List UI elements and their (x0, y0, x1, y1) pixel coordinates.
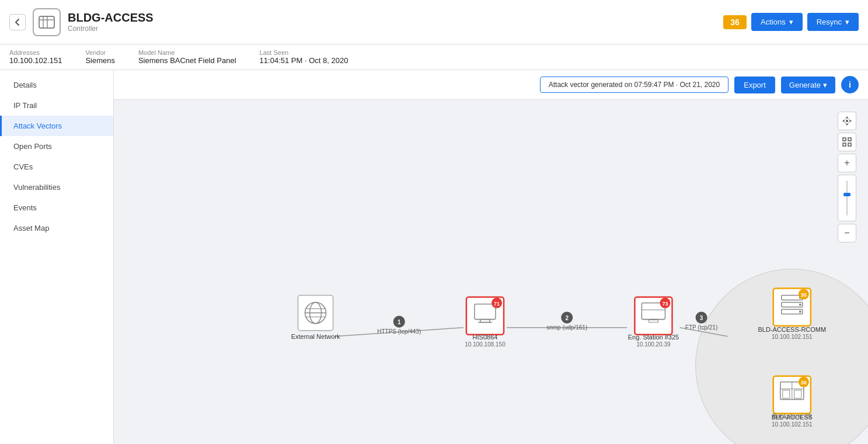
bld-access-sublabel: 10.100.102.151 (772, 421, 813, 428)
svg-point-28 (799, 311, 801, 313)
device-type: Controller (68, 25, 154, 33)
svg-point-27 (799, 304, 801, 306)
bld-access-node[interactable]: 36 BLD-ACCESS 10.100.102.151 (772, 376, 813, 428)
svg-point-41 (846, 120, 848, 122)
actions-button[interactable]: Actions ▾ (751, 13, 803, 31)
svg-marker-37 (845, 116, 849, 119)
eng-station-sublabel: 10.100.20.39 (636, 341, 671, 348)
his0864-sublabel: 10.100.108.150 (465, 341, 506, 348)
meta-bar: Addresses 10.100.102.151 Vendor Siemens … (0, 44, 868, 70)
edge-1-label: HTTPS (tcp/443) (377, 328, 421, 335)
sidebar-item-ip-trail[interactable]: IP Trail (0, 95, 113, 116)
sidebar-item-asset-map[interactable]: Asset Map (0, 218, 113, 238)
bld-access-badge: 36 (801, 380, 807, 386)
vuln-badge: 36 (723, 15, 747, 29)
step-3-label: 3 (700, 315, 703, 321)
device-title: BLDG-ACCESS Controller (68, 11, 154, 33)
fit-button[interactable] (838, 133, 856, 151)
svg-rect-44 (843, 143, 846, 146)
sidebar-item-details[interactable]: Details (0, 75, 113, 95)
diagram-svg: 1 HTTPS (tcp/443) 2 snmp (udp/161) 3 FTP… (114, 100, 868, 444)
device-icon (33, 8, 61, 36)
his0864-badge: 71 (494, 301, 500, 307)
eng-station-node[interactable]: 73 Eng. Station #325 10.100.20.39 (628, 297, 679, 348)
zoom-out-button[interactable]: − (838, 224, 856, 242)
external-network-node[interactable]: External Network (291, 296, 340, 340)
content-toolbar: Attack vector generated on 07:59:47 PM ·… (114, 70, 868, 100)
zoom-controls: + − (838, 112, 856, 242)
back-button[interactable] (9, 14, 26, 30)
zoom-slider-bar (846, 181, 848, 216)
step-1-label: 1 (398, 319, 401, 325)
bld-access-rcomm-label: BLD-ACCESS-RCOMM (758, 326, 826, 333)
eng-station-label: Eng. Station #325 (628, 334, 679, 341)
svg-marker-38 (845, 123, 849, 126)
attack-vector-info: Attack vector generated on 07:59:47 PM ·… (540, 77, 729, 93)
main-content: Attack vector generated on 07:59:47 PM ·… (114, 70, 868, 444)
meta-model: Model Name Siemens BACnet Field Panel (138, 49, 236, 65)
edge-2-label: snmp (udp/161) (546, 324, 587, 331)
export-button[interactable]: Export (734, 77, 775, 93)
sidebar-item-open-ports[interactable]: Open Ports (0, 136, 113, 157)
pan-control[interactable] (838, 112, 856, 130)
eng-station-badge: 73 (662, 301, 668, 307)
bld-access-rcomm-sublabel: 10.100.102.151 (772, 334, 813, 340)
generate-button[interactable]: Generate ▾ (781, 77, 835, 93)
edge-3-label: FTP (tcp/21) (685, 324, 717, 331)
zoom-slider-handle[interactable] (843, 193, 850, 196)
backplane-label: Backplane #9 (772, 412, 811, 419)
meta-addresses: Addresses 10.100.102.151 (9, 49, 62, 65)
meta-last-seen: Last Seen 11:04:51 PM · Oct 8, 2020 (260, 49, 348, 65)
sidebar-item-cves[interactable]: CVEs (0, 157, 113, 177)
his0864-label: HIS0864 (473, 334, 498, 341)
zoom-in-button[interactable]: + (838, 154, 856, 172)
resync-button[interactable]: Resync ▾ (807, 13, 859, 31)
svg-rect-43 (848, 138, 851, 141)
header: BLDG-ACCESS Controller 36 Actions ▾ Resy… (0, 0, 868, 44)
info-button[interactable]: i (841, 76, 859, 93)
sidebar: Details IP Trail Attack Vectors Open Por… (0, 70, 114, 444)
header-right: 36 Actions ▾ Resync ▾ (723, 13, 859, 31)
zoom-slider-track[interactable] (838, 175, 856, 221)
step-2-label: 2 (565, 315, 569, 321)
bld-access-rcomm-badge: 35 (801, 292, 807, 298)
device-name: BLDG-ACCESS (68, 11, 154, 25)
external-network-label: External Network (291, 333, 340, 340)
his0864-node[interactable]: 71 HIS0864 10.100.108.150 (465, 297, 506, 348)
sidebar-item-vulnerabilities[interactable]: Vulnerabilities (0, 177, 113, 197)
sidebar-item-events[interactable]: Events (0, 197, 113, 218)
svg-rect-42 (843, 138, 846, 141)
layout: Details IP Trail Attack Vectors Open Por… (0, 70, 868, 444)
diagram-area: 1 HTTPS (tcp/443) 2 snmp (udp/161) 3 FTP… (114, 100, 868, 444)
svg-rect-45 (848, 143, 851, 146)
sidebar-item-attack-vectors[interactable]: Attack Vectors (0, 116, 113, 136)
svg-rect-0 (39, 16, 54, 28)
svg-marker-39 (842, 119, 845, 123)
meta-vendor: Vendor Siemens (85, 49, 115, 65)
svg-marker-40 (849, 119, 852, 123)
